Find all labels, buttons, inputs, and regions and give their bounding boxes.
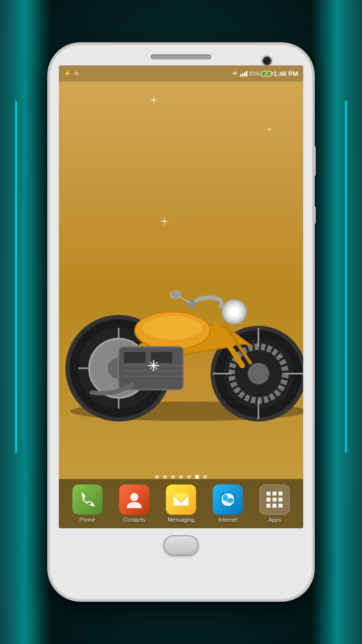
dock-item-phone[interactable]: Phone xyxy=(64,485,111,523)
svg-point-32 xyxy=(229,306,239,317)
apps-grid-dot xyxy=(279,498,283,502)
phone-icon[interactable] xyxy=(72,485,103,515)
svg-point-12 xyxy=(248,363,269,384)
svg-point-29 xyxy=(170,291,181,298)
apps-grid-dot xyxy=(266,504,270,508)
phone-label: Phone xyxy=(79,517,96,523)
battery-icon: ⚡ xyxy=(261,71,272,76)
dock-item-messaging[interactable]: Messaging xyxy=(157,485,204,523)
apps-label: Apps xyxy=(268,517,281,523)
svg-rect-20 xyxy=(124,352,146,363)
apps-grid-dot xyxy=(266,498,270,502)
eye-icon: 👁 xyxy=(232,70,238,76)
status-left-icons: ⚡ ↻ xyxy=(64,70,79,77)
dock-item-internet[interactable]: Internet xyxy=(205,485,251,523)
phone-frame: ⚡ ↻ 👁 81% ⚡ 1:46 PM xyxy=(50,45,312,599)
tunnel-line-left xyxy=(15,100,17,453)
wallpaper xyxy=(59,65,303,528)
messaging-label: Messaging xyxy=(167,517,194,523)
status-right-icons: 👁 81% ⚡ 1:46 PM xyxy=(232,70,298,77)
apps-grid-dot xyxy=(279,504,283,508)
front-camera xyxy=(262,56,272,65)
page-dots[interactable] xyxy=(59,475,303,479)
dock-item-apps[interactable]: Apps xyxy=(251,485,298,523)
svg-point-37 xyxy=(130,493,138,501)
battery-percent: 81% xyxy=(249,70,260,76)
home-button[interactable] xyxy=(163,535,199,555)
sync-icon: ↻ xyxy=(74,70,79,77)
apps-grid-dot xyxy=(273,492,277,496)
internet-label: Internet xyxy=(219,517,237,523)
page-dot-7[interactable] xyxy=(203,475,207,479)
dock-item-contacts[interactable]: Contacts xyxy=(111,485,157,523)
phone-screen: ⚡ ↻ 👁 81% ⚡ 1:46 PM xyxy=(59,65,303,528)
sparkle-1 xyxy=(149,96,158,105)
page-dot-4[interactable] xyxy=(179,475,183,479)
apps-grid-dot xyxy=(273,498,277,502)
power-button[interactable] xyxy=(313,206,316,224)
apps-grid-dot xyxy=(266,492,270,496)
internet-icon[interactable] xyxy=(213,485,243,515)
page-dot-5[interactable] xyxy=(187,475,191,479)
app-dock: Phone Contacts xyxy=(59,479,303,528)
usb-icon: ⚡ xyxy=(64,70,71,77)
signal-icon xyxy=(240,71,247,76)
svg-point-18 xyxy=(143,316,202,340)
motorcycle-image xyxy=(59,141,303,488)
svg-rect-21 xyxy=(151,352,172,363)
contacts-icon[interactable] xyxy=(119,485,149,515)
apps-grid-dot xyxy=(279,492,283,496)
page-dot-3[interactable] xyxy=(171,475,175,479)
battery-container: 81% ⚡ xyxy=(249,70,272,76)
apps-icon[interactable] xyxy=(259,485,290,515)
sparkle-2 xyxy=(266,126,273,133)
page-dot-2[interactable] xyxy=(163,475,167,479)
charging-icon: ⚡ xyxy=(264,71,269,76)
status-time: 1:46 PM xyxy=(274,70,298,77)
status-bar: ⚡ ↻ 👁 81% ⚡ 1:46 PM xyxy=(59,65,303,82)
messaging-icon[interactable] xyxy=(166,485,196,515)
apps-grid xyxy=(262,488,287,512)
page-dot-1[interactable] xyxy=(155,475,159,479)
speaker-grill xyxy=(151,54,211,59)
apps-grid-dot xyxy=(273,504,277,508)
contacts-label: Contacts xyxy=(123,517,145,523)
tunnel-line-right xyxy=(345,100,347,453)
tunnel-right-glow xyxy=(312,0,362,644)
tunnel-left-glow xyxy=(0,0,50,644)
page-dot-6[interactable] xyxy=(195,475,199,479)
volume-button[interactable] xyxy=(313,146,316,176)
